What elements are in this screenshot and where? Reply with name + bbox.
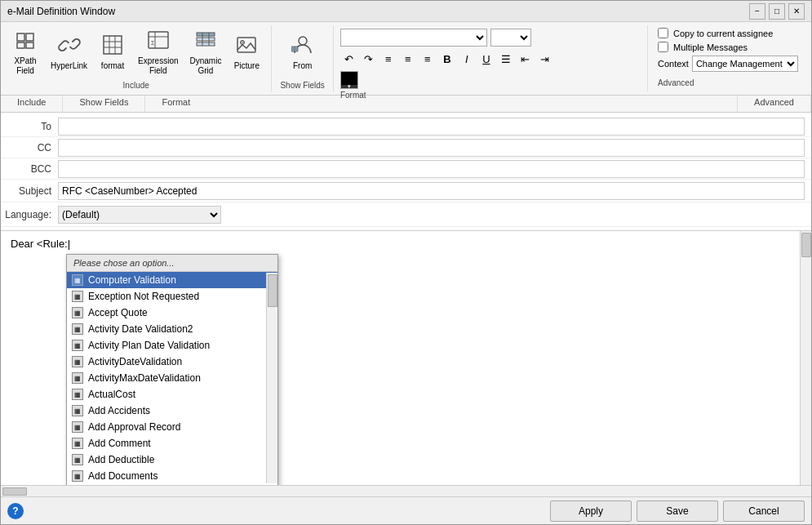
body-content: Dear <Rule:| Please chose an option... ▦… xyxy=(1,231,811,256)
indent-more-button[interactable]: ⇥ xyxy=(536,50,554,68)
list-item[interactable]: ▦ Computer Validation xyxy=(67,272,277,288)
list-item[interactable]: ▦ Add Documents xyxy=(67,468,277,484)
bullets-button[interactable]: ☰ xyxy=(497,50,515,68)
bcc-row: BCC xyxy=(1,158,811,180)
cc-input[interactable] xyxy=(58,139,805,157)
dropdown-scrollbar[interactable] xyxy=(266,273,277,483)
from-label: From xyxy=(293,61,312,71)
item-icon: ▦ xyxy=(72,470,83,482)
language-label: Language: xyxy=(1,209,58,220)
dropdown-popup: Please chose an option... ▦ Computer Val… xyxy=(66,254,278,485)
static-grid-icon xyxy=(101,33,124,60)
dropdown-list[interactable]: ▦ Computer Validation ▦ Exception Not Re… xyxy=(67,272,277,485)
bcc-input[interactable] xyxy=(58,160,805,178)
close-button[interactable]: ✕ xyxy=(788,3,805,20)
list-item[interactable]: ▦ Exception Not Requested xyxy=(67,288,277,305)
copy-to-assignee-checkbox[interactable] xyxy=(658,28,668,38)
static-grid-label: format xyxy=(101,61,124,71)
item-label: Add Comment xyxy=(88,438,151,449)
item-label: Accept Quote xyxy=(88,307,148,318)
subject-label: Subject xyxy=(1,185,58,197)
horizontal-scrollbar[interactable] xyxy=(1,485,811,496)
ribbon-group-advanced: Copy to current assignee Multiple Messag… xyxy=(648,25,811,91)
hyperlink-label: HyperLink xyxy=(51,61,87,71)
save-button[interactable]: Save xyxy=(637,501,718,522)
format-row1 xyxy=(340,29,641,47)
include-section-label: Include xyxy=(1,96,63,112)
list-item[interactable]: ▦ Add Comment xyxy=(67,435,277,452)
body-area: Dear <Rule:| Please chose an option... ▦… xyxy=(1,230,811,485)
redo-button[interactable]: ↷ xyxy=(360,50,378,68)
language-dropdown[interactable]: (Default) xyxy=(58,206,221,224)
from-button[interactable]: From xyxy=(285,25,321,79)
window-title: e-Mail Definition Window xyxy=(7,6,749,17)
multiple-messages-checkbox[interactable] xyxy=(658,42,668,52)
show-fields-items: From xyxy=(285,25,321,79)
svg-rect-3 xyxy=(26,42,33,48)
indent-less-button[interactable]: ⇤ xyxy=(517,50,535,68)
align-right-button[interactable]: ≡ xyxy=(419,50,437,68)
item-label: Add Accidents xyxy=(88,405,150,416)
list-item[interactable]: ▦ Add Accidents xyxy=(67,403,277,419)
undo-button[interactable]: ↶ xyxy=(340,50,358,68)
footer-right: Apply Save Cancel xyxy=(550,501,805,522)
svg-rect-4 xyxy=(104,36,122,54)
item-icon: ▦ xyxy=(72,438,83,449)
list-item[interactable]: ▦ ActualCost xyxy=(67,386,277,403)
h-scrollbar-thumb xyxy=(2,487,27,496)
italic-button[interactable]: I xyxy=(458,50,476,68)
copy-to-assignee-label: Copy to current assignee xyxy=(673,29,773,38)
hyperlink-icon xyxy=(58,33,81,60)
list-item[interactable]: ▦ Activity Date Validation2 xyxy=(67,321,277,337)
item-icon: ▦ xyxy=(72,291,83,302)
hyperlink-button[interactable]: HyperLink xyxy=(47,25,91,79)
main-window: e-Mail Definition Window − □ ✕ XPathFiel… xyxy=(0,0,812,525)
form-area: To CC BCC Subject Language: (Default) xyxy=(1,113,811,230)
help-button[interactable]: ? xyxy=(7,503,24,519)
body-scrollbar[interactable] xyxy=(800,231,811,485)
underline-button[interactable]: U xyxy=(477,50,495,68)
list-item[interactable]: ▦ Add Deductible xyxy=(67,452,277,468)
xpath-field-button[interactable]: XPathField xyxy=(7,25,43,79)
apply-button[interactable]: Apply xyxy=(550,501,632,522)
svg-point-19 xyxy=(241,41,245,45)
svg-text:Σ: Σ xyxy=(151,40,155,46)
align-left-button[interactable]: ≡ xyxy=(379,50,397,68)
dynamic-grid-label: DynamicGrid xyxy=(190,56,222,76)
minimize-button[interactable]: − xyxy=(749,3,765,20)
advanced-label: Advanced xyxy=(658,78,694,89)
bold-button[interactable]: B xyxy=(438,50,456,68)
static-grid-button[interactable]: format xyxy=(95,25,131,79)
to-input[interactable] xyxy=(58,118,805,136)
scrollbar-thumb xyxy=(268,274,277,307)
align-center-button[interactable]: ≡ xyxy=(399,50,417,68)
dynamic-grid-button[interactable]: DynamicGrid xyxy=(186,25,226,79)
multiple-messages-label: Multiple Messages xyxy=(673,42,748,52)
list-item[interactable]: ▦ Add Goals and Milestone xyxy=(67,484,277,485)
maximize-button[interactable]: □ xyxy=(769,3,785,20)
item-icon: ▦ xyxy=(72,356,83,367)
list-item[interactable]: ▦ Add Approval Record xyxy=(67,419,277,435)
list-item[interactable]: ▦ ActivityDateValidation xyxy=(67,354,277,370)
font-dropdown[interactable] xyxy=(340,29,487,47)
list-item[interactable]: ▦ ActivityMaxDateValidation xyxy=(67,370,277,386)
subject-input[interactable] xyxy=(58,182,805,200)
item-icon: ▦ xyxy=(72,372,83,384)
cc-label: CC xyxy=(1,142,58,153)
cancel-button[interactable]: Cancel xyxy=(723,501,805,522)
svg-rect-1 xyxy=(26,33,33,41)
list-item[interactable]: ▦ Activity Plan Date Validation xyxy=(67,337,277,354)
color-picker[interactable]: ▾ xyxy=(340,71,358,89)
to-row: To xyxy=(1,116,811,137)
ribbon-group-format: ↶ ↷ ≡ ≡ ≡ B I U ☰ ⇤ ⇥ ▾ xyxy=(334,25,648,91)
list-item[interactable]: ▦ Accept Quote xyxy=(67,305,277,321)
context-dropdown[interactable]: Change Management xyxy=(692,56,798,72)
picture-button[interactable]: Picture xyxy=(229,25,264,79)
expression-icon: Σ xyxy=(147,29,170,55)
expression-field-button[interactable]: Σ ExpressionField xyxy=(134,25,182,79)
size-dropdown[interactable] xyxy=(490,29,531,47)
svg-point-20 xyxy=(299,37,307,45)
color-dropdown-arrow[interactable]: ▾ xyxy=(341,85,357,88)
xpath-field-label: XPathField xyxy=(14,56,36,76)
svg-rect-15 xyxy=(197,42,215,46)
